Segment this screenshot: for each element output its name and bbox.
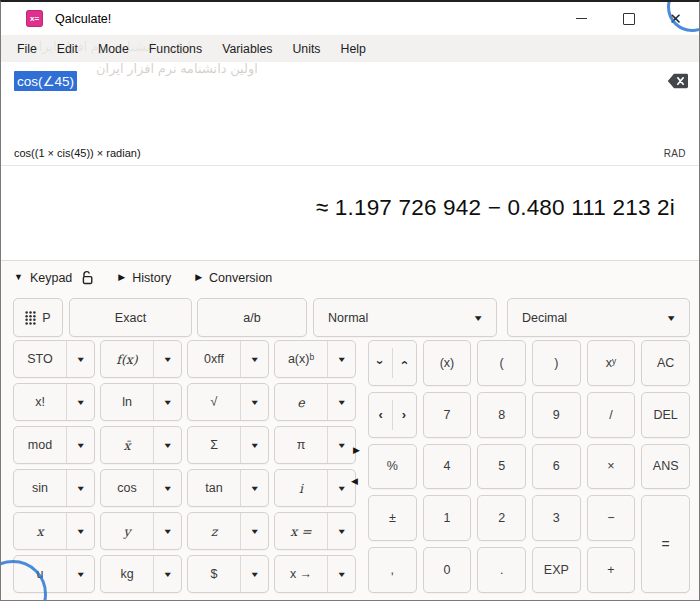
- key-dropdown[interactable]: ▼: [240, 427, 268, 463]
- menu-edit[interactable]: Edit: [47, 38, 88, 60]
- key-unit-kg[interactable]: kg▼: [100, 555, 182, 593]
- key-sum[interactable]: Σ▼: [187, 426, 269, 464]
- key-dropdown[interactable]: ▼: [66, 384, 94, 420]
- key-dropdown[interactable]: ▼: [240, 470, 268, 506]
- key-7[interactable]: 7: [423, 392, 472, 438]
- key-dropdown[interactable]: ▼: [327, 556, 355, 592]
- menu-file[interactable]: File: [7, 38, 47, 60]
- fraction-toggle-button[interactable]: a/b: [197, 298, 307, 337]
- key-dropdown[interactable]: ▼: [66, 341, 94, 377]
- menu-units[interactable]: Units: [282, 38, 330, 60]
- key-percent[interactable]: %: [368, 444, 417, 490]
- key-close-paren[interactable]: ): [532, 340, 581, 386]
- key-open-paren[interactable]: (: [477, 340, 526, 386]
- key-divide[interactable]: /: [587, 392, 636, 438]
- key-tan[interactable]: tan▼: [187, 469, 269, 507]
- key-dropdown[interactable]: ▼: [327, 513, 355, 549]
- clear-input-button[interactable]: [667, 73, 689, 89]
- key-dropdown[interactable]: ▼: [66, 556, 94, 592]
- key-0[interactable]: 0: [423, 547, 472, 593]
- key-hex[interactable]: 0xff▼: [187, 340, 269, 378]
- key-dropdown[interactable]: ▼: [153, 341, 181, 377]
- key-dropdown[interactable]: ▼: [66, 427, 94, 463]
- key-y[interactable]: y▼: [100, 512, 182, 550]
- key-dropdown[interactable]: ▼: [240, 341, 268, 377]
- unlock-icon[interactable]: [81, 270, 94, 285]
- key-sqrt[interactable]: √▼: [187, 383, 269, 421]
- base-dropdown[interactable]: Decimal ▼: [507, 298, 690, 337]
- scroll-vertical-keys[interactable]: ››: [368, 340, 417, 386]
- key-mean[interactable]: x̄▼: [100, 426, 182, 464]
- expand-left-icon[interactable]: ◀: [351, 477, 358, 486]
- key-axb[interactable]: a(x)ᵇ▼: [274, 340, 356, 378]
- key-convert[interactable]: x →▼: [274, 555, 356, 593]
- key-dropdown[interactable]: ▼: [240, 384, 268, 420]
- key-pi[interactable]: π▼: [274, 426, 356, 464]
- key-9[interactable]: 9: [532, 392, 581, 438]
- key-dropdown[interactable]: ▼: [240, 513, 268, 549]
- menu-help[interactable]: Help: [331, 38, 376, 60]
- exact-toggle-button[interactable]: Exact: [69, 298, 192, 337]
- key-multiply[interactable]: ×: [587, 444, 636, 490]
- key-sin[interactable]: sin▼: [13, 469, 95, 507]
- key-cos[interactable]: cos▼: [100, 469, 182, 507]
- key-dropdown[interactable]: ▼: [240, 556, 268, 592]
- expression-input[interactable]: cos(∠45): [1, 62, 699, 141]
- key-minus[interactable]: −: [587, 495, 636, 541]
- key-5[interactable]: 5: [477, 444, 526, 490]
- key-3[interactable]: 3: [532, 495, 581, 541]
- key-z[interactable]: z▼: [187, 512, 269, 550]
- key-6[interactable]: 6: [532, 444, 581, 490]
- number-format-dropdown[interactable]: Normal ▼: [313, 298, 497, 337]
- key-4[interactable]: 4: [423, 444, 472, 490]
- key-comma[interactable]: ,: [368, 547, 417, 593]
- key-2[interactable]: 2: [477, 495, 526, 541]
- key-plusminus[interactable]: ±: [368, 495, 417, 541]
- key-exp[interactable]: EXP: [532, 547, 581, 593]
- menu-mode[interactable]: Mode: [88, 38, 139, 60]
- key-8[interactable]: 8: [477, 392, 526, 438]
- key-dropdown[interactable]: ▼: [327, 427, 355, 463]
- key-dropdown[interactable]: ▼: [153, 556, 181, 592]
- key-dropdown[interactable]: ▼: [153, 384, 181, 420]
- programming-keypad-button[interactable]: P: [13, 298, 63, 337]
- key-mod[interactable]: mod▼: [13, 426, 95, 464]
- key-currency[interactable]: $▼: [187, 555, 269, 593]
- key-fx[interactable]: f(x)▼: [100, 340, 182, 378]
- minimize-button[interactable]: [558, 2, 605, 35]
- input-selected-text[interactable]: cos(∠45): [14, 71, 77, 91]
- menu-variables[interactable]: Variables: [212, 38, 282, 60]
- key-sto[interactable]: STO▼: [13, 340, 95, 378]
- key-dropdown[interactable]: ▼: [327, 341, 355, 377]
- key-dropdown[interactable]: ▼: [66, 470, 94, 506]
- close-button[interactable]: ✕: [652, 2, 699, 35]
- key-ac[interactable]: AC: [641, 340, 690, 386]
- key-equals[interactable]: =: [641, 495, 690, 593]
- key-del[interactable]: DEL: [641, 392, 690, 438]
- key-dropdown[interactable]: ▼: [327, 384, 355, 420]
- key-i[interactable]: i▼: [274, 469, 356, 507]
- key-factorial[interactable]: x!▼: [13, 383, 95, 421]
- key-ans[interactable]: ANS: [641, 444, 690, 490]
- tab-history[interactable]: ▶ History: [118, 271, 171, 285]
- key-dropdown[interactable]: ▼: [153, 427, 181, 463]
- menu-functions[interactable]: Functions: [139, 38, 212, 60]
- key-dropdown[interactable]: ▼: [153, 470, 181, 506]
- key-unit-u[interactable]: u▼: [13, 555, 95, 593]
- tab-conversion[interactable]: ▶ Conversion: [195, 271, 272, 285]
- key-power[interactable]: xʸ: [587, 340, 636, 386]
- key-dropdown[interactable]: ▼: [153, 513, 181, 549]
- key-assign[interactable]: x =▼: [274, 512, 356, 550]
- key-dot[interactable]: .: [477, 547, 526, 593]
- key-dropdown[interactable]: ▼: [66, 513, 94, 549]
- cursor-keys[interactable]: ‹›: [368, 392, 417, 438]
- maximize-button[interactable]: [605, 2, 652, 35]
- expand-right-icon[interactable]: ▶: [353, 446, 360, 455]
- key-1[interactable]: 1: [423, 495, 472, 541]
- key-paren-x[interactable]: (x): [423, 340, 472, 386]
- tab-keypad[interactable]: ▼ Keypad: [14, 270, 94, 285]
- key-x[interactable]: x▼: [13, 512, 95, 550]
- key-plus[interactable]: +: [587, 547, 636, 593]
- key-e[interactable]: e▼: [274, 383, 356, 421]
- key-ln[interactable]: ln▼: [100, 383, 182, 421]
